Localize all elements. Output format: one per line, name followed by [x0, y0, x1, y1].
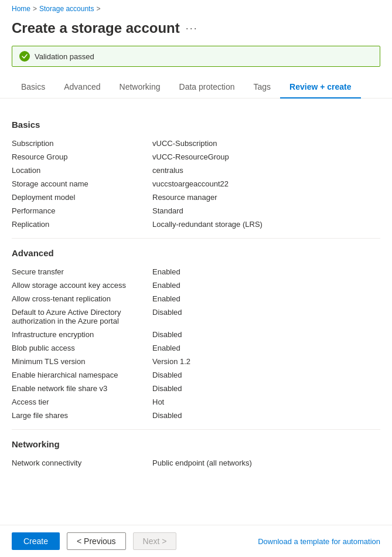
- breadcrumb: Home > Storage accounts >: [0, 0, 392, 18]
- breadcrumb-sep2: >: [96, 5, 100, 13]
- advanced-divider: [12, 429, 380, 430]
- row-label: Default to Azure Active Directory author…: [12, 305, 152, 328]
- next-button: Next >: [133, 532, 177, 550]
- row-value: vUCC-ResourceGroup: [152, 150, 380, 164]
- row-value: vuccstoargeaccount22: [152, 177, 380, 191]
- validation-text: Validation passed: [35, 52, 94, 61]
- page-title-row: Create a storage account ···: [0, 18, 392, 46]
- table-row: Locationcentralus: [12, 164, 380, 177]
- table-row: Secure transferEnabled: [12, 265, 380, 278]
- table-row: Network connectivityPublic endpoint (all…: [12, 456, 380, 470]
- row-value: Standard: [152, 204, 380, 218]
- row-label: Resource Group: [12, 150, 152, 164]
- table-row: Allow cross-tenant replicationEnabled: [12, 292, 380, 305]
- create-button[interactable]: Create: [12, 532, 60, 550]
- tabs-nav: Basics Advanced Networking Data protecti…: [0, 76, 392, 99]
- row-label: Deployment model: [12, 191, 152, 204]
- row-value: Disabled: [152, 328, 380, 341]
- table-row: Allow storage account key accessEnabled: [12, 278, 380, 292]
- row-label: Secure transfer: [12, 265, 152, 278]
- basics-divider: [12, 238, 380, 239]
- automation-link[interactable]: Download a template for automation: [258, 537, 380, 546]
- tab-tags[interactable]: Tags: [244, 76, 281, 99]
- row-value: Resource manager: [152, 191, 380, 204]
- table-row: Default to Azure Active Directory author…: [12, 305, 380, 328]
- networking-table: Network connectivityPublic endpoint (all…: [12, 456, 380, 470]
- row-value: Disabled: [152, 409, 380, 422]
- row-value: Enabled: [152, 292, 380, 305]
- row-value: Disabled: [152, 368, 380, 382]
- row-label: Subscription: [12, 137, 152, 150]
- table-row: Access tierHot: [12, 395, 380, 409]
- tab-basics[interactable]: Basics: [12, 76, 54, 99]
- row-label: Large file shares: [12, 409, 152, 422]
- page-options-button[interactable]: ···: [186, 22, 198, 35]
- tab-data-protection[interactable]: Data protection: [170, 76, 244, 99]
- basics-table: SubscriptionvUCC-SubscriptionResource Gr…: [12, 137, 380, 231]
- row-label: Minimum TLS version: [12, 355, 152, 368]
- table-row: Storage account namevuccstoargeaccount22: [12, 177, 380, 191]
- row-label: Location: [12, 164, 152, 177]
- page-title: Create a storage account: [12, 20, 180, 36]
- networking-heading: Networking: [12, 439, 380, 449]
- row-label: Allow storage account key access: [12, 278, 152, 292]
- table-row: Minimum TLS versionVersion 1.2: [12, 355, 380, 368]
- row-label: Performance: [12, 204, 152, 218]
- row-value: Hot: [152, 395, 380, 409]
- row-value: Version 1.2: [152, 355, 380, 368]
- row-label: Blob public access: [12, 341, 152, 355]
- table-row: Large file sharesDisabled: [12, 409, 380, 422]
- row-label: Access tier: [12, 395, 152, 409]
- row-value: Locally-redundant storage (LRS): [152, 218, 380, 231]
- row-value: Disabled: [152, 305, 380, 328]
- row-label: Storage account name: [12, 177, 152, 191]
- validation-banner: Validation passed: [12, 46, 380, 67]
- main-content: Basics SubscriptionvUCC-SubscriptionReso…: [0, 99, 392, 550]
- row-value: vUCC-Subscription: [152, 137, 380, 150]
- breadcrumb-sep1: >: [33, 5, 37, 13]
- advanced-table: Secure transferEnabledAllow storage acco…: [12, 265, 380, 422]
- previous-button[interactable]: < Previous: [67, 532, 126, 550]
- breadcrumb-storage-accounts[interactable]: Storage accounts: [39, 5, 94, 13]
- row-label: Allow cross-tenant replication: [12, 292, 152, 305]
- row-label: Enable hierarchical namespace: [12, 368, 152, 382]
- table-row: Enable network file share v3Disabled: [12, 382, 380, 395]
- tab-advanced[interactable]: Advanced: [54, 76, 110, 99]
- table-row: PerformanceStandard: [12, 204, 380, 218]
- advanced-heading: Advanced: [12, 248, 380, 258]
- row-label: Replication: [12, 218, 152, 231]
- table-row: Deployment modelResource manager: [12, 191, 380, 204]
- basics-heading: Basics: [12, 120, 380, 130]
- row-value: Enabled: [152, 278, 380, 292]
- row-value: Public endpoint (all networks): [152, 456, 380, 470]
- row-value: Enabled: [152, 265, 380, 278]
- row-value: Disabled: [152, 382, 380, 395]
- tab-networking[interactable]: Networking: [110, 76, 170, 99]
- row-value: Enabled: [152, 341, 380, 355]
- validation-icon: [19, 51, 30, 62]
- table-row: Enable hierarchical namespaceDisabled: [12, 368, 380, 382]
- row-label: Infrastructure encryption: [12, 328, 152, 341]
- row-label: Network connectivity: [12, 456, 152, 470]
- breadcrumb-home[interactable]: Home: [12, 5, 30, 13]
- table-row: SubscriptionvUCC-Subscription: [12, 137, 380, 150]
- table-row: Resource GroupvUCC-ResourceGroup: [12, 150, 380, 164]
- footer: Create < Previous Next > Download a temp…: [0, 525, 392, 557]
- row-label: Enable network file share v3: [12, 382, 152, 395]
- table-row: Blob public accessEnabled: [12, 341, 380, 355]
- table-row: Infrastructure encryptionDisabled: [12, 328, 380, 341]
- table-row: ReplicationLocally-redundant storage (LR…: [12, 218, 380, 231]
- row-value: centralus: [152, 164, 380, 177]
- tab-review-create[interactable]: Review + create: [280, 76, 360, 99]
